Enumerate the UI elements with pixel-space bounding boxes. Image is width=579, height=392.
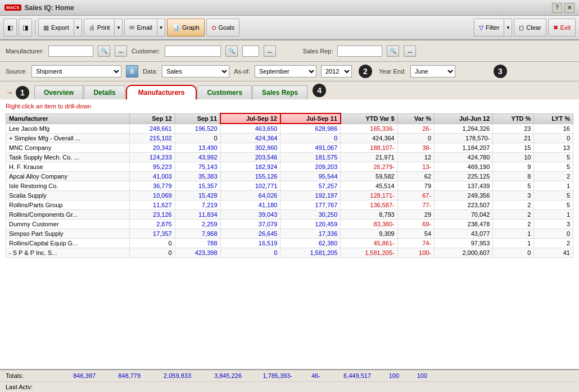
table-row[interactable]: Task Supply Mech. Co. ...124,23343,99220… <box>6 153 573 162</box>
customer-search-button[interactable]: 🔍 <box>225 45 238 57</box>
col-varpct: Var % <box>397 113 434 124</box>
cell-sep12: 2,875 <box>129 220 175 229</box>
salesrep-search-button[interactable]: 🔍 <box>387 45 399 57</box>
forward-button[interactable]: ◨ <box>19 19 32 37</box>
print-icon: 🖨 <box>89 24 95 31</box>
cell-ytdvar: 21,971 <box>341 153 397 162</box>
cell-ytdvar: 26,279- <box>341 162 397 172</box>
source-label: Source: <box>6 68 27 75</box>
table-row[interactable]: Rollins/Parts Group11,6277,21941,180177,… <box>6 200 573 210</box>
cell-julsep11: 181,575 <box>281 153 341 162</box>
cell-sep11: 0 <box>175 134 220 143</box>
cell-lytpct: 13 <box>534 143 573 153</box>
tab-details[interactable]: Details <box>84 85 125 99</box>
cell-lytpct: 1 <box>534 210 573 220</box>
back-button[interactable]: ◧ <box>3 19 17 37</box>
filter-area: Manufacturer: 🔍 ... Customer: 🔍 ... Sale… <box>0 40 579 62</box>
totals-sep12: 846,397 <box>51 372 96 379</box>
cell-juljun12: 1,264,326 <box>435 124 493 134</box>
clear-button[interactable]: ◻ Clear <box>514 19 546 37</box>
cell-ytdvar: 128,171- <box>341 191 397 200</box>
customer-dots-button[interactable]: ... <box>264 45 276 57</box>
manufacturer-dots-button[interactable]: ... <box>115 45 127 57</box>
table-row[interactable]: + Simplex Mfg - Overall ...215,1020424,3… <box>6 134 573 143</box>
cell-sep11: 423,398 <box>175 248 220 258</box>
title-bar: MACS Sales IQ: Home ? ✕ <box>0 0 579 16</box>
table-row[interactable]: Rollins/Capital Equip G...078816,51962,3… <box>6 239 573 248</box>
tab-salesreps-label: Sales Reps <box>262 89 298 97</box>
table-row[interactable]: Dummy Customer2,8752,25937,079120,45983,… <box>6 220 573 229</box>
cell-ytdvar: 188,107- <box>341 143 397 153</box>
email-group: ✉ Email ▼ <box>124 19 165 37</box>
export-button[interactable]: ▦ Export <box>38 19 74 37</box>
table-row[interactable]: Simpso Part Supply17,3577,96826,64517,33… <box>6 229 573 239</box>
cell-juljun12: 1,184,207 <box>435 143 493 153</box>
cell-julsep11: 95,544 <box>281 172 341 181</box>
cell-ytdpct: 0 <box>493 248 534 258</box>
col-julsep12: Jul-Sep 12 <box>220 113 281 124</box>
customer-code-input[interactable] <box>242 45 259 57</box>
table-row[interactable]: MNC Company20,34213,490302,960491,067188… <box>6 143 573 153</box>
table-row[interactable]: Apcal Alloy Company41,00335,383155,12695… <box>6 172 573 181</box>
cell-ytdvar: 1,581,205- <box>341 248 397 258</box>
table-row[interactable]: Isle Restoring Co.36,77915,357102,77157,… <box>6 181 573 191</box>
asof-year-select[interactable]: 2012 <box>321 65 352 78</box>
table-row[interactable]: Rollins/Components Gr...23,12611,83439,0… <box>6 210 573 220</box>
salesrep-input[interactable] <box>337 45 382 57</box>
s-button[interactable]: S <box>126 65 138 78</box>
data-select[interactable]: Sales <box>162 65 229 78</box>
print-label: Print <box>97 24 110 31</box>
table-row[interactable]: - S P & P Inc. S...0423,39801,581,2051,5… <box>6 248 573 258</box>
filter-dropdown[interactable]: ▼ <box>504 19 512 37</box>
filter-button[interactable]: ▽ Filter <box>474 19 504 37</box>
cell-sep11: 15,428 <box>175 191 220 200</box>
table-row[interactable]: Scalia Supply10,06915,42864,026192,19712… <box>6 191 573 200</box>
cell-ytdvar: 45,514 <box>341 181 397 191</box>
tab-overview[interactable]: Overview <box>34 85 83 99</box>
tab-salesreps[interactable]: Sales Reps <box>252 85 307 99</box>
export-dropdown[interactable]: ▼ <box>74 19 82 37</box>
source-select[interactable]: Shipment <box>31 65 121 78</box>
table-row[interactable]: Lee Jacob Mfg248,661196,520463,650628,98… <box>6 124 573 134</box>
goals-icon: ⊙ <box>211 24 216 31</box>
salesrep-label: Sales Rep: <box>303 48 333 54</box>
cell-ytdpct: 1 <box>493 229 534 239</box>
manufacturer-input[interactable] <box>48 45 93 57</box>
print-dropdown[interactable]: ▼ <box>115 19 123 37</box>
help-button[interactable]: ? <box>552 3 562 13</box>
table-row[interactable]: H. F. Krause95,22375,143182,924209,20326… <box>6 162 573 172</box>
cell-lytpct: 5 <box>534 191 573 200</box>
close-window-button[interactable]: ✕ <box>564 3 575 13</box>
goals-button[interactable]: ⊙ Goals <box>206 19 240 37</box>
email-button[interactable]: ✉ Email <box>124 19 157 37</box>
yearend-select[interactable]: June <box>410 65 455 78</box>
manufacturers-table: Manufacturer Sep 12 Sep 11 Jul-Sep 12 Ju… <box>6 113 573 258</box>
col-sep11: Sep 11 <box>175 113 220 124</box>
manufacturer-label: Manufacturer: <box>6 48 44 54</box>
badge-2: 2 <box>359 65 372 78</box>
cell-ytdpct: 15 <box>493 143 534 153</box>
cell-juljun12: 97,953 <box>435 239 493 248</box>
col-juljun12: Jul-Jun 12 <box>435 113 493 124</box>
cell-ytdvar: 424,364 <box>341 134 397 143</box>
asof-month-select[interactable]: September <box>255 65 316 78</box>
cell-ytdvar: 165,336- <box>341 124 397 134</box>
clear-label: Clear <box>526 24 541 31</box>
tab-customers[interactable]: Customers <box>197 85 252 99</box>
print-button[interactable]: 🖨 Print <box>84 19 115 37</box>
cell-sep11: 2,259 <box>175 220 220 229</box>
graph-button[interactable]: 📊 Graph <box>167 19 205 37</box>
tab-manufacturers[interactable]: Manufacturers <box>126 85 197 99</box>
cell-ytdpct: 21 <box>493 134 534 143</box>
salesrep-dots-button[interactable]: ... <box>404 45 416 57</box>
col-ytdpct: YTD % <box>493 113 534 124</box>
customer-input[interactable] <box>165 45 221 57</box>
manufacturer-search-button[interactable]: 🔍 <box>98 45 110 57</box>
email-dropdown[interactable]: ▼ <box>157 19 165 37</box>
cell-julsep12: 26,645 <box>220 229 281 239</box>
cell-julsep11: 120,459 <box>281 220 341 229</box>
exit-button[interactable]: ✖ Exit <box>548 19 576 37</box>
cell-manufacturer: Lee Jacob Mfg <box>6 124 130 134</box>
cell-varpct: 77- <box>397 200 434 210</box>
tab-details-label: Details <box>93 89 115 97</box>
